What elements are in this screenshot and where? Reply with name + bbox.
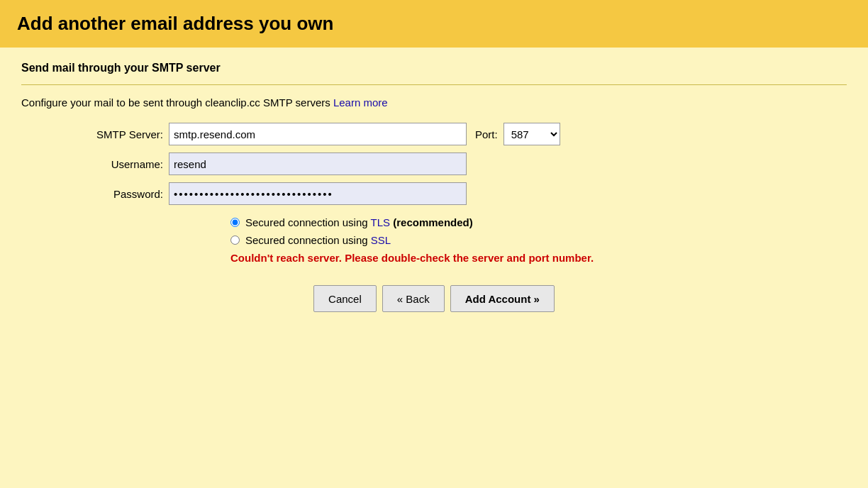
smtp-server-input[interactable] <box>169 123 467 145</box>
smtp-row: Port: 587 465 25 <box>169 123 560 145</box>
form-table: SMTP Server: Port: 587 465 25 Username: <box>64 123 847 205</box>
username-row: Username: <box>64 152 847 175</box>
smtp-server-row: SMTP Server: Port: 587 465 25 <box>64 123 847 145</box>
error-message: Couldn't reach server. Please double-che… <box>230 252 847 264</box>
ssl-label-prefix: Secured connection using <box>245 234 371 246</box>
username-label: Username: <box>64 158 163 170</box>
dialog-header: Add another email address you own <box>0 0 868 48</box>
ssl-radio[interactable] <box>230 235 240 245</box>
tls-link[interactable]: TLS <box>371 216 391 228</box>
tls-radio[interactable] <box>230 218 240 227</box>
radio-section: Secured connection using TLS (recommende… <box>230 216 847 246</box>
divider <box>21 84 847 85</box>
button-row: Cancel « Back Add Account » <box>21 285 847 312</box>
tls-label-prefix: Secured connection using <box>245 216 371 228</box>
description-text: Configure your mail to be sent through c… <box>21 96 333 109</box>
ssl-link[interactable]: SSL <box>371 234 391 246</box>
port-select[interactable]: 587 465 25 <box>503 123 560 145</box>
tls-radio-row: Secured connection using TLS (recommende… <box>230 216 847 228</box>
learn-more-link[interactable]: Learn more <box>333 96 388 109</box>
port-label: Port: <box>475 128 498 140</box>
section-title: Send mail through your SMTP server <box>21 62 847 74</box>
tls-recommended: (recommended) <box>393 216 473 228</box>
ssl-label[interactable]: Secured connection using SSL <box>245 234 391 246</box>
page-wrapper: Add another email address you own Send m… <box>0 0 868 488</box>
password-row: Password: <box>64 182 847 205</box>
description-row: Configure your mail to be sent through c… <box>21 96 847 109</box>
password-label: Password: <box>64 188 163 200</box>
cancel-button[interactable]: Cancel <box>313 285 377 312</box>
username-input[interactable] <box>169 152 467 175</box>
ssl-radio-row: Secured connection using SSL <box>230 234 847 246</box>
password-input[interactable] <box>169 182 467 205</box>
smtp-server-label: SMTP Server: <box>64 128 163 140</box>
content-area: Send mail through your SMTP server Confi… <box>0 48 868 488</box>
dialog-title: Add another email address you own <box>17 13 333 34</box>
back-button[interactable]: « Back <box>382 285 445 312</box>
add-account-button[interactable]: Add Account » <box>450 285 555 312</box>
tls-label[interactable]: Secured connection using TLS (recommende… <box>245 216 473 228</box>
